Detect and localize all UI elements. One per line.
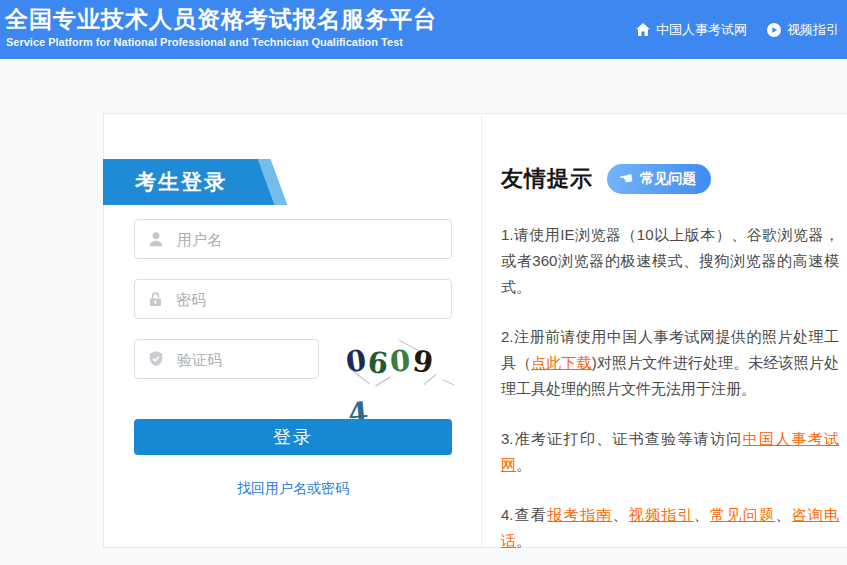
captcha-noise-line	[442, 379, 454, 385]
page-title: 全国专业技术人员资格考试报名服务平台	[5, 4, 437, 35]
header: 全国专业技术人员资格考试报名服务平台 Service Platform for …	[0, 0, 847, 59]
password-field	[134, 279, 452, 319]
login-panel-title: 考生登录	[135, 159, 227, 205]
tip-item-4: 4.查看报考指南、视频指引、常见问题、咨询电话。	[501, 502, 839, 554]
faq-button-label: 常见问题	[640, 170, 696, 188]
pointing-hand-icon: ☚	[618, 170, 635, 188]
main-card: 考生登录 06094	[103, 113, 847, 548]
tip-text: 4.查看	[501, 506, 547, 523]
nav-link-cpta-site[interactable]: 中国人事考试网	[636, 21, 747, 39]
page: 全国专业技术人员资格考试报名服务平台 Service Platform for …	[0, 0, 847, 565]
tip-text: 、	[612, 506, 628, 523]
tip-text: 。	[516, 456, 531, 473]
download-photo-tool-link[interactable]: 点此下载	[531, 354, 592, 371]
nav-link-video-guide[interactable]: 视频指引	[767, 21, 839, 39]
tip-text: 、	[775, 506, 791, 523]
login-button[interactable]: 登录	[134, 419, 452, 455]
play-icon	[767, 23, 781, 37]
header-nav: 中国人事考试网 视频指引	[636, 0, 839, 59]
tip-item-1: 1.请使用IE浏览器（10以上版本）、谷歌浏览器，或者360浏览器的极速模式、搜…	[501, 222, 839, 300]
home-icon	[636, 23, 650, 36]
exam-guide-link[interactable]: 报考指南	[547, 506, 612, 523]
tip-text: 、	[694, 506, 710, 523]
user-icon	[147, 230, 165, 248]
captcha-digit: 9	[409, 336, 437, 388]
captcha-image[interactable]: 06094	[346, 336, 454, 386]
faq-link[interactable]: 常见问题	[710, 506, 775, 523]
nav-link-label: 中国人事考试网	[656, 21, 747, 39]
recover-account-link[interactable]: 找回用户名或密码	[134, 480, 452, 498]
username-input[interactable]	[175, 230, 451, 249]
tips-header: 友情提示 ☚ 常见问题	[501, 164, 839, 194]
faq-button[interactable]: ☚ 常见问题	[607, 164, 711, 194]
lock-icon	[147, 291, 164, 308]
tips-title: 友情提示	[501, 164, 593, 194]
column-divider	[481, 114, 482, 547]
login-panel-banner: 考生登录	[103, 159, 279, 205]
username-field	[134, 219, 452, 259]
shield-check-icon	[147, 350, 165, 368]
tip-item-2: 2.注册前请使用中国人事考试网提供的照片处理工具（点此下载)对照片文件进行处理。…	[501, 324, 839, 402]
password-input[interactable]	[174, 290, 451, 309]
page-subtitle: Service Platform for National Profession…	[6, 36, 403, 48]
nav-link-label: 视频指引	[787, 21, 839, 39]
tip-item-3: 3.准考证打印、证书查验等请访问中国人事考试网。	[501, 426, 839, 478]
captcha-input[interactable]	[175, 350, 318, 369]
captcha-field	[134, 339, 319, 379]
video-guide-link[interactable]: 视频指引	[629, 506, 694, 523]
tip-text: 3.准考证打印、证书查验等请访问	[501, 430, 743, 447]
tips-panel: 友情提示 ☚ 常见问题 1.请使用IE浏览器（10以上版本）、谷歌浏览器，或者3…	[501, 164, 839, 565]
tip-text: 。	[516, 532, 531, 549]
tip-text: 1.请使用IE浏览器（10以上版本）、谷歌浏览器，或者360浏览器的极速模式、搜…	[501, 226, 839, 295]
